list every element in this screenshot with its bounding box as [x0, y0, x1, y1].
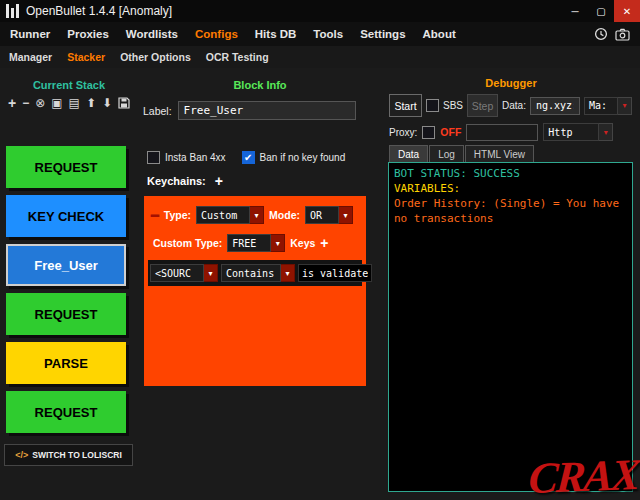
- wordlist-type-dropdown[interactable]: Ma: ▾: [584, 97, 632, 115]
- type-caption: Type:: [164, 209, 191, 221]
- key-value-input[interactable]: [298, 264, 372, 282]
- menu-settings[interactable]: Settings: [360, 28, 405, 40]
- window-title: OpenBullet 1.4.4 [Anomaly]: [26, 4, 172, 18]
- clear-stack-icon[interactable]: ⊗: [35, 96, 45, 110]
- stack-block-keycheck[interactable]: KEY CHECK: [6, 195, 126, 237]
- debugger-data-input[interactable]: [530, 97, 580, 115]
- configs-submenu: Manager Stacker Other Options OCR Testin…: [0, 46, 640, 68]
- chevron-down-icon: ▾: [250, 206, 264, 224]
- key-source-value: <SOURC: [150, 264, 204, 282]
- block-info-title: Block Info: [140, 79, 380, 91]
- switch-to-loliscript-button[interactable]: </> SWITCH TO LOLISCRI: [4, 444, 133, 466]
- variables-line: VARIABLES:: [394, 181, 627, 196]
- add-key-icon[interactable]: +: [320, 237, 328, 249]
- move-up-icon[interactable]: ⬆: [86, 96, 96, 110]
- chevron-down-icon: ▾: [618, 97, 632, 115]
- stack-block-request-2[interactable]: REQUEST: [6, 293, 126, 335]
- proxy-type-value: Http: [543, 123, 599, 141]
- move-down-icon[interactable]: ⬇: [102, 96, 112, 110]
- keychain-type-dropdown[interactable]: Custom ▾: [196, 206, 264, 224]
- stack-block-list: REQUEST KEY CHECK Free_User REQUEST PARS…: [6, 146, 128, 433]
- chevron-down-icon: ▾: [281, 264, 295, 282]
- title-bar: OpenBullet 1.4.4 [Anomaly] ─ ▢ ✕: [0, 0, 640, 22]
- tab-html-view[interactable]: HTML View: [465, 145, 534, 162]
- key-source-dropdown[interactable]: <SOURC ▾: [150, 264, 218, 282]
- debugger-tabs: Data Log HTML View: [389, 145, 535, 162]
- custom-type-dropdown[interactable]: FREE ▾: [227, 234, 285, 252]
- key-comparer-value: Contains: [221, 264, 281, 282]
- menu-hitsdb[interactable]: Hits DB: [255, 28, 297, 40]
- current-stack-title: Current Stack: [0, 79, 138, 91]
- clock-icon[interactable]: [594, 27, 608, 41]
- paste-block-icon[interactable]: ▤: [69, 96, 80, 110]
- stack-block-request-3[interactable]: REQUEST: [6, 391, 126, 433]
- proxy-caption: Proxy:: [389, 127, 417, 138]
- sbs-label: SBS: [443, 100, 463, 111]
- menu-wordlists[interactable]: Wordlists: [126, 28, 178, 40]
- proxy-input[interactable]: [466, 124, 538, 141]
- add-keychain-icon[interactable]: +: [215, 175, 223, 187]
- custom-type-caption: Custom Type:: [153, 237, 222, 249]
- start-button[interactable]: Start: [389, 94, 422, 117]
- keychain-mode-value: OR: [305, 206, 339, 224]
- step-button[interactable]: Step: [467, 94, 498, 117]
- proxy-type-dropdown[interactable]: Http ▾: [543, 123, 613, 141]
- chevron-down-icon: ▾: [339, 206, 353, 224]
- clone-block-icon[interactable]: ▣: [51, 96, 62, 110]
- menu-runner[interactable]: Runner: [10, 28, 50, 40]
- main-menu: Runner Proxies Wordlists Configs Hits DB…: [0, 22, 640, 46]
- menu-configs[interactable]: Configs: [195, 28, 238, 40]
- label-caption: Label:: [143, 105, 172, 117]
- stack-block-free-user-selected[interactable]: Free_User: [6, 244, 126, 286]
- sbs-checkbox[interactable]: [426, 99, 439, 112]
- data-caption: Data:: [502, 100, 526, 111]
- maximize-button[interactable]: ▢: [588, 0, 614, 22]
- code-icon: </>: [15, 450, 28, 460]
- stack-toolbar: + − ⊗ ▣ ▤ ⬆ ⬇: [0, 96, 138, 110]
- keychains-label: Keychains:: [147, 175, 206, 187]
- keys-caption: Keys: [290, 237, 315, 249]
- key-row: <SOURC ▾ Contains ▾: [148, 260, 362, 286]
- menu-tools[interactable]: Tools: [313, 28, 343, 40]
- screenshot-camera-icon[interactable]: [615, 28, 630, 41]
- block-label: REQUEST: [35, 160, 98, 175]
- chevron-down-icon: ▾: [599, 123, 613, 141]
- close-button[interactable]: ✕: [614, 0, 640, 22]
- keychain-type-value: Custom: [196, 206, 250, 224]
- debugger-output[interactable]: BOT STATUS: SUCCESS VARIABLES: Order His…: [388, 162, 633, 492]
- block-label-input[interactable]: [178, 101, 356, 120]
- tab-log[interactable]: Log: [429, 145, 464, 162]
- debugger-title: Debugger: [388, 77, 634, 89]
- stack-block-parse[interactable]: PARSE: [6, 342, 126, 384]
- mode-caption: Mode:: [269, 209, 300, 221]
- app-logo-icon: [6, 4, 19, 18]
- add-block-icon[interactable]: +: [8, 96, 16, 110]
- wordlist-type-value: Ma:: [584, 97, 618, 115]
- keychain-panel: ━ Type: Custom ▾ Mode: OR ▾ Custom Type:…: [144, 196, 366, 386]
- tab-manager[interactable]: Manager: [9, 51, 52, 63]
- chevron-down-icon: ▾: [271, 234, 285, 252]
- bot-status-line: BOT STATUS: SUCCESS: [394, 166, 627, 181]
- ban-no-key-checkbox[interactable]: ✔: [242, 151, 255, 164]
- minimize-button[interactable]: ─: [562, 0, 588, 22]
- remove-keychain-icon[interactable]: ━: [151, 208, 159, 223]
- key-comparer-dropdown[interactable]: Contains ▾: [221, 264, 295, 282]
- save-config-icon[interactable]: [118, 97, 130, 109]
- stack-block-request-1[interactable]: REQUEST: [6, 146, 126, 188]
- remove-block-icon[interactable]: −: [22, 96, 29, 110]
- block-label: KEY CHECK: [28, 209, 104, 224]
- tab-stacker[interactable]: Stacker: [67, 51, 105, 63]
- tab-ocr-testing[interactable]: OCR Testing: [206, 51, 269, 63]
- proxy-checkbox[interactable]: [422, 126, 435, 139]
- ban-no-key-label: Ban if no key found: [260, 152, 346, 163]
- block-label: PARSE: [44, 356, 88, 371]
- insta-ban-checkbox[interactable]: [147, 151, 160, 164]
- menu-about[interactable]: About: [423, 28, 456, 40]
- keychain-mode-dropdown[interactable]: OR ▾: [305, 206, 353, 224]
- menu-proxies[interactable]: Proxies: [67, 28, 109, 40]
- insta-ban-label: Insta Ban 4xx: [165, 152, 226, 163]
- chevron-down-icon: ▾: [204, 264, 218, 282]
- tab-other-options[interactable]: Other Options: [120, 51, 191, 63]
- block-label: Free_User: [34, 258, 98, 273]
- tab-data[interactable]: Data: [389, 145, 428, 162]
